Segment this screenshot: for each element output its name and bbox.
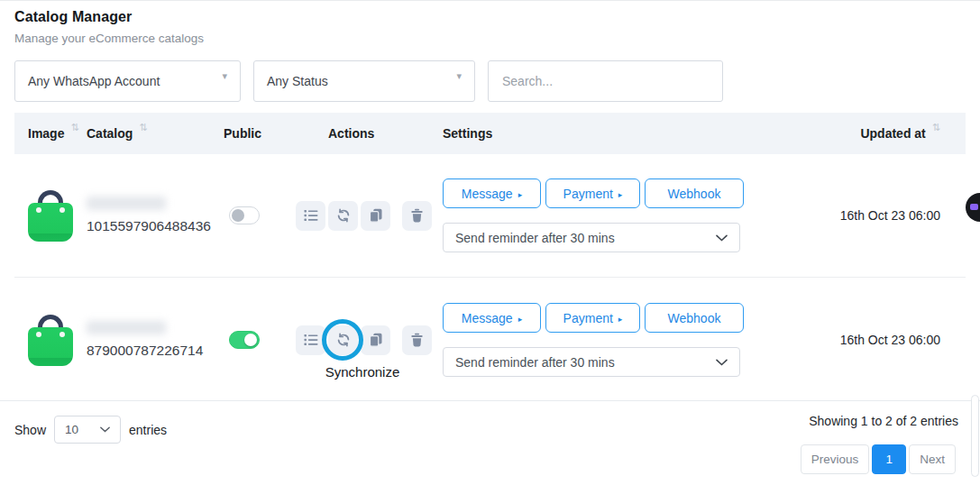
catalog-items-button[interactable] xyxy=(296,201,325,231)
whatsapp-account-select-value: Any WhatsApp Account xyxy=(28,74,160,88)
status-select-value: Any Status xyxy=(267,74,328,88)
page-subtitle: Manage your eCommerce catalogs xyxy=(14,32,966,45)
page-title: Catalog Manager xyxy=(14,9,966,25)
message-button[interactable]: Message ▸ xyxy=(443,303,541,333)
shopping-bag-icon xyxy=(28,327,73,366)
payment-button[interactable]: Payment ▸ xyxy=(545,178,640,208)
delete-button[interactable] xyxy=(402,201,432,231)
table-footer: Show 10 entries Showing 1 to 2 of 2 entr… xyxy=(0,400,980,485)
fab-accent-icon xyxy=(970,204,978,210)
catalog-id: 879000787226714 xyxy=(87,343,222,359)
caret-down-icon: ▾ xyxy=(222,70,227,82)
caret-right-icon: ▸ xyxy=(618,315,623,324)
table-row: 879000787226714 Synchronize Mess xyxy=(14,278,966,402)
duplicate-button[interactable] xyxy=(361,325,390,355)
caret-right-icon: ▸ xyxy=(518,190,523,199)
payment-button[interactable]: Payment ▸ xyxy=(545,303,640,333)
column-header-updated-at[interactable]: Updated at ⇅ xyxy=(763,126,966,141)
catalog-id: 1015597906488436 xyxy=(87,218,222,234)
entries-summary: Showing 1 to 2 of 2 entries xyxy=(809,414,958,428)
catalog-name-redacted xyxy=(87,321,166,334)
column-header-catalog[interactable]: Catalog ⇅ xyxy=(87,126,222,141)
updated-at: 16th Oct 23 06:00 xyxy=(763,333,966,347)
scrollbar-thumb[interactable] xyxy=(971,395,979,477)
page-size-select[interactable]: 10 xyxy=(54,416,121,444)
catalog-image xyxy=(28,315,73,366)
caret-right-icon: ▸ xyxy=(618,190,623,199)
reminder-select[interactable]: Send reminder after 30 mins xyxy=(443,347,740,377)
column-header-settings: Settings xyxy=(443,126,763,141)
catalog-items-button[interactable] xyxy=(296,325,325,355)
chevron-down-icon xyxy=(716,359,728,366)
message-button[interactable]: Message ▸ xyxy=(443,178,541,208)
catalog-manager-page: Catalog Manager Manage your eCommerce ca… xyxy=(0,1,980,102)
updated-at: 16th Oct 23 06:00 xyxy=(763,208,966,223)
synchronize-button[interactable] xyxy=(328,201,358,231)
column-header-public: Public xyxy=(222,126,294,141)
show-label: Show xyxy=(14,423,46,437)
webhook-button[interactable]: Webhook xyxy=(645,303,744,333)
table-header-row: Image ⇅ Catalog ⇅ Public Actions Setting… xyxy=(14,113,966,154)
duplicate-button[interactable] xyxy=(361,201,390,231)
pagination: Previous 1 Next xyxy=(801,444,956,474)
reminder-select-value: Send reminder after 30 mins xyxy=(455,231,615,245)
sort-icon[interactable]: ⇅ xyxy=(139,122,147,133)
chevron-down-icon xyxy=(716,234,728,242)
public-toggle[interactable] xyxy=(229,206,260,224)
current-page-button[interactable]: 1 xyxy=(872,444,906,474)
sync-icon xyxy=(336,208,351,223)
page-size-value: 10 xyxy=(65,423,78,436)
list-icon xyxy=(304,334,318,346)
table-row: 1015597906488436 Message ▸ xyxy=(14,154,966,278)
whatsapp-account-select[interactable]: Any WhatsApp Account ▾ xyxy=(14,60,241,102)
reminder-select[interactable]: Send reminder after 30 mins xyxy=(443,223,740,252)
shopping-bag-icon xyxy=(28,203,73,242)
public-toggle[interactable] xyxy=(229,331,260,349)
synchronize-button[interactable] xyxy=(328,325,358,355)
catalog-image xyxy=(28,190,73,242)
column-header-actions: Actions xyxy=(294,126,443,141)
webhook-button[interactable]: Webhook xyxy=(645,178,744,208)
trash-icon xyxy=(410,208,424,223)
filter-bar: Any WhatsApp Account ▾ Any Status ▾ xyxy=(14,60,966,102)
list-icon xyxy=(304,209,318,222)
next-page-button[interactable]: Next xyxy=(909,444,956,474)
previous-page-button[interactable]: Previous xyxy=(801,444,870,474)
search-input[interactable] xyxy=(488,60,723,102)
synchronize-annotation-label: Synchronize xyxy=(308,364,417,380)
copy-icon xyxy=(369,208,383,223)
sort-icon[interactable]: ⇅ xyxy=(70,122,78,133)
status-select[interactable]: Any Status ▾ xyxy=(253,60,475,102)
entries-label: entries xyxy=(129,423,167,437)
copy-icon xyxy=(369,333,383,347)
column-header-image[interactable]: Image ⇅ xyxy=(14,126,87,141)
trash-icon xyxy=(410,333,424,347)
caret-right-icon: ▸ xyxy=(518,315,523,324)
delete-button[interactable] xyxy=(402,325,432,355)
caret-down-icon: ▾ xyxy=(456,70,462,82)
catalog-table: Image ⇅ Catalog ⇅ Public Actions Setting… xyxy=(14,113,966,402)
catalog-name-redacted xyxy=(87,197,166,210)
floating-edge-button[interactable] xyxy=(966,193,980,222)
chevron-down-icon xyxy=(100,426,110,433)
sort-icon[interactable]: ⇅ xyxy=(932,122,940,133)
reminder-select-value: Send reminder after 30 mins xyxy=(455,355,615,370)
sync-icon xyxy=(336,333,351,347)
